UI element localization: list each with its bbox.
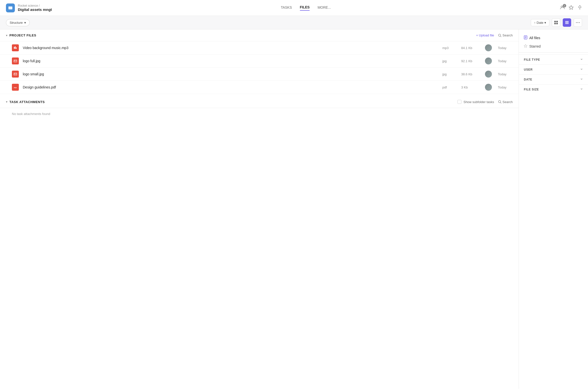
filter-user-label: USER	[524, 68, 532, 71]
sort-chevron-icon: ▾	[544, 21, 546, 24]
main-layout: ▾ PROJECT FILES + Upload file Search	[0, 29, 588, 389]
file-date: Today	[498, 72, 513, 76]
document-icon	[524, 35, 527, 40]
svg-point-14	[578, 22, 578, 23]
list-view-button[interactable]	[563, 18, 571, 27]
project-files-search-button[interactable]: Search	[498, 33, 513, 37]
search-icon	[498, 100, 502, 103]
star-nav-icon[interactable]	[569, 5, 574, 11]
top-nav: Rocket science / Digital assets mngt TAS…	[0, 0, 588, 16]
structure-button[interactable]: Structure ▾	[6, 19, 30, 26]
svg-rect-6	[554, 21, 556, 22]
file-date: Today	[498, 59, 513, 63]
svg-rect-12	[565, 23, 569, 24]
file-size: 3 Kb	[461, 86, 481, 89]
pin-nav-icon[interactable]	[578, 5, 582, 11]
svg-point-26	[498, 100, 501, 103]
more-options-button[interactable]	[574, 18, 582, 27]
svg-point-2	[561, 6, 563, 7]
svg-line-17	[500, 36, 501, 37]
svg-point-15	[579, 22, 580, 23]
svg-marker-4	[569, 5, 573, 9]
toolbar-right: ↑ Date ▾	[531, 18, 582, 27]
project-files-title: PROJECT FILES	[9, 33, 36, 37]
svg-point-22	[15, 60, 15, 61]
svg-rect-1	[8, 6, 10, 8]
file-size: 38.6 Kb	[461, 72, 481, 76]
jpg-file-icon	[12, 58, 19, 64]
pdf-file-icon: PDF	[12, 84, 19, 91]
avatar	[485, 84, 492, 91]
svg-rect-20	[16, 47, 17, 49]
avatar	[485, 58, 492, 64]
file-list: Video background music.mp3 mp3 84.1 Kb T…	[0, 41, 519, 94]
svg-rect-7	[556, 21, 558, 22]
filter-file-type[interactable]: FILE TYPE	[519, 55, 588, 64]
file-type: jpg	[442, 72, 457, 76]
breadcrumb-project: Rocket science / Digital assets mngt	[18, 4, 52, 12]
svg-rect-10	[565, 21, 569, 22]
sidebar-item-starred[interactable]: Starred	[519, 42, 588, 50]
tab-tasks[interactable]: TASKS	[281, 5, 292, 10]
task-attachments-title: TASK ATTACHMENTS	[9, 100, 45, 104]
file-size: 84.1 Kb	[461, 46, 481, 50]
filter-chevron-icon	[580, 88, 583, 91]
filter-chevron-icon	[580, 78, 583, 81]
svg-rect-9	[556, 23, 558, 24]
filter-file-size-label: FILE SIZE	[524, 88, 539, 91]
sort-button[interactable]: ↑ Date ▾	[531, 19, 549, 26]
breadcrumb-text: Rocket science /	[18, 4, 52, 7]
nav-center: TASKS FILES MORE...	[281, 5, 331, 11]
show-subfolder-checkbox[interactable]	[457, 100, 461, 104]
filter-file-size[interactable]: FILE SIZE	[519, 84, 588, 94]
filter-chevron-icon	[580, 68, 583, 71]
file-type: pdf	[442, 86, 457, 89]
table-row: PDF Design guidelines.pdf pdf 3 Kb Today	[0, 81, 519, 94]
task-attachments-title-row: ▾ TASK ATTACHMENTS	[6, 100, 45, 104]
svg-point-13	[576, 22, 577, 23]
task-attachments-search-button[interactable]: Search	[498, 100, 513, 104]
sort-label: Date	[537, 21, 543, 24]
sidebar-item-all-files[interactable]: All files	[519, 33, 588, 42]
filter-date-label: DATE	[524, 78, 532, 81]
file-name: logo small.jpg	[23, 72, 438, 76]
file-date: Today	[498, 86, 513, 89]
jpg-file-icon	[12, 71, 19, 78]
users-icon[interactable]: 1	[560, 5, 565, 11]
sidebar-divider	[519, 52, 588, 53]
structure-label: Structure	[10, 21, 23, 24]
task-attachments-actions: Show subfolder tasks Search	[457, 100, 513, 104]
filter-file-type-label: FILE TYPE	[524, 58, 540, 61]
task-attachments-chevron[interactable]: ▾	[6, 100, 7, 103]
svg-marker-32	[524, 44, 527, 48]
content-area: ▾ PROJECT FILES + Upload file Search	[0, 29, 519, 389]
filter-user[interactable]: USER	[519, 64, 588, 74]
svg-rect-8	[554, 23, 556, 24]
grid-view-button[interactable]	[552, 18, 560, 27]
avatar	[485, 44, 492, 51]
task-attachments-header: ▾ TASK ATTACHMENTS Show subfolder tasks …	[0, 96, 519, 108]
project-files-title-row: ▾ PROJECT FILES	[6, 33, 36, 37]
avatar	[485, 71, 492, 78]
tab-more[interactable]: MORE...	[318, 5, 331, 10]
upload-button[interactable]: + Upload file	[476, 33, 494, 37]
star-icon	[524, 44, 527, 48]
file-type: mp3	[442, 46, 457, 50]
project-files-chevron[interactable]: ▾	[6, 34, 7, 37]
tab-files[interactable]: FILES	[300, 5, 310, 11]
show-subfolder-label: Show subfolder tasks	[463, 100, 494, 104]
svg-line-27	[500, 102, 501, 103]
file-size: 92.1 Kb	[461, 59, 481, 63]
filter-date[interactable]: DATE	[519, 74, 588, 84]
search-icon	[498, 34, 502, 37]
empty-attachments-message: No task attachments found	[0, 108, 519, 120]
file-name: Design guidelines.pdf	[23, 85, 438, 89]
sidebar-starred-label: Starred	[529, 44, 541, 48]
project-title: Digital assets mngt	[18, 7, 52, 12]
file-name: logo full.jpg	[23, 59, 438, 63]
sidebar-all-files-label: All files	[529, 36, 540, 40]
toolbar-left: Structure ▾	[6, 19, 30, 26]
toolbar: Structure ▾ ↑ Date ▾	[0, 16, 588, 29]
file-type: jpg	[442, 59, 457, 63]
file-name: Video background music.mp3	[23, 46, 438, 50]
